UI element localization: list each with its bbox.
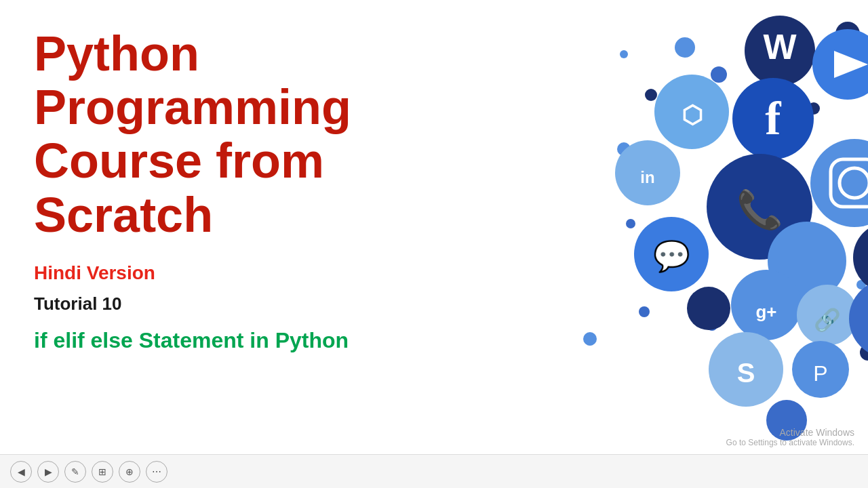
right-panel: W 🐦 🤖 ⬡ f 👥 in 📞: [387, 0, 868, 488]
main-content: Python Programming Course from Scratch H…: [0, 0, 868, 488]
svg-point-5: [645, 89, 657, 101]
svg-point-1: [711, 66, 727, 83]
edit-button[interactable]: ✎: [64, 461, 86, 483]
bottom-toolbar: ◀ ▶ ✎ ⊞ ⊕ ⋯: [0, 454, 868, 488]
hindi-version-label: Hindi Version: [34, 262, 366, 284]
copy-button[interactable]: ⊞: [92, 461, 113, 483]
bubbles-svg: W 🐦 🤖 ⬡ f 👥 in 📞: [387, 0, 868, 488]
svg-text:g+: g+: [755, 302, 776, 322]
svg-text:📞: 📞: [736, 188, 783, 232]
activate-windows: Activate Windows Go to Settings to activ…: [726, 427, 854, 447]
svg-text:💬: 💬: [653, 239, 690, 274]
svg-text:P: P: [813, 361, 827, 386]
svg-point-51: [687, 287, 730, 330]
svg-text:in: in: [640, 168, 654, 186]
svg-point-18: [639, 306, 650, 317]
back-button[interactable]: ◀: [10, 461, 32, 483]
forward-button[interactable]: ▶: [37, 461, 59, 483]
subtitle-label: if elif else Statement in Python: [34, 328, 366, 353]
svg-text:⬡: ⬡: [682, 101, 703, 129]
svg-point-10: [626, 219, 635, 228]
main-title: Python Programming Course from Scratch: [34, 27, 366, 242]
svg-text:W: W: [763, 27, 797, 66]
zoom-button[interactable]: ⊕: [119, 461, 140, 483]
left-panel: Python Programming Course from Scratch H…: [0, 0, 387, 488]
svg-point-4: [675, 37, 695, 58]
tutorial-label: Tutorial 10: [34, 293, 366, 314]
svg-point-6: [620, 50, 628, 58]
svg-point-56: [849, 279, 868, 358]
more-button[interactable]: ⋯: [146, 461, 167, 483]
svg-text:f: f: [765, 92, 781, 144]
svg-text:🔗: 🔗: [814, 307, 841, 333]
svg-point-19: [583, 332, 597, 346]
svg-text:S: S: [737, 358, 755, 388]
